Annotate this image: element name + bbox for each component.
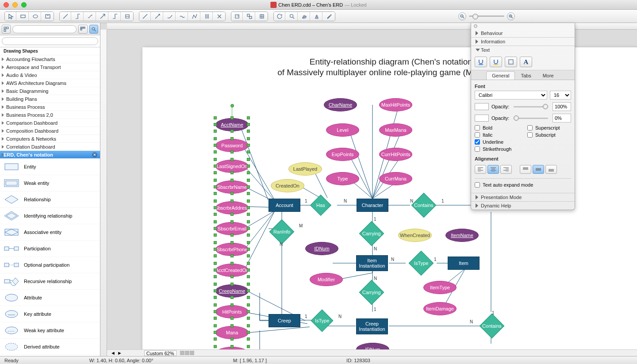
- selection-handle[interactable]: [230, 150, 234, 153]
- selection-handle[interactable]: [214, 248, 217, 251]
- selection-handle[interactable]: [214, 289, 217, 292]
- attr-type[interactable]: Type: [326, 172, 359, 185]
- selection-handle[interactable]: [214, 199, 217, 203]
- strikethrough-checkbox[interactable]: [475, 146, 480, 152]
- shape-attribute[interactable]: Attribute: [0, 290, 100, 306]
- selection-handle[interactable]: [214, 324, 217, 327]
- selection-handle[interactable]: [247, 144, 250, 147]
- selection-handle[interactable]: [230, 317, 234, 320]
- zoom-window-icon[interactable]: [21, 2, 27, 8]
- subscript-checkbox[interactable]: [527, 132, 533, 138]
- selection-handle[interactable]: [247, 303, 250, 307]
- bg-opacity-slider[interactable]: [514, 118, 548, 119]
- section-presentation[interactable]: Presentation Mode: [471, 193, 575, 201]
- selection-handle[interactable]: [247, 206, 250, 209]
- shape-identifying-relationship[interactable]: Identifying relationship: [0, 208, 100, 224]
- line-tool-5[interactable]: [189, 12, 200, 21]
- selection-handle[interactable]: [247, 116, 250, 119]
- attr-lastplayed[interactable]: LastPlayed: [288, 162, 322, 176]
- underline-color-button[interactable]: [475, 57, 487, 67]
- selection-handle[interactable]: [214, 317, 217, 320]
- selection-handle[interactable]: [247, 165, 250, 168]
- attr-exppoints[interactable]: ExpPoints: [326, 148, 359, 161]
- rel-raninfo[interactable]: RanInfo: [269, 219, 295, 245]
- selection-handle[interactable]: [247, 185, 250, 188]
- selection-handle[interactable]: [214, 296, 217, 299]
- rotation-handle[interactable]: [230, 104, 234, 107]
- zoom-slider[interactable]: [469, 15, 504, 17]
- hand-tool-button[interactable]: [299, 12, 310, 21]
- connector-tool-6[interactable]: [122, 12, 133, 21]
- selection-handle[interactable]: [214, 345, 217, 348]
- selection-handle[interactable]: [230, 324, 234, 327]
- align-center-button[interactable]: [487, 165, 499, 174]
- connector-tool-2[interactable]: [72, 12, 84, 21]
- selection-handle[interactable]: [247, 234, 250, 237]
- selection-handle[interactable]: [247, 130, 250, 133]
- category-item[interactable]: Audio & Video: [0, 71, 100, 79]
- rel-carrying-2[interactable]: Carrying: [359, 280, 384, 305]
- selection-handle[interactable]: [214, 234, 217, 237]
- arrange-tool-3[interactable]: [256, 12, 268, 21]
- bg-color-swatch[interactable]: [475, 115, 489, 122]
- category-item[interactable]: Basic Diagramming: [0, 87, 100, 95]
- selection-handle[interactable]: [214, 268, 217, 272]
- entity-item-instantiation[interactable]: Item Instantiation: [356, 255, 388, 271]
- page-tabs[interactable]: [180, 351, 194, 355]
- selection-handle[interactable]: [247, 248, 250, 251]
- selection-handle[interactable]: [247, 220, 250, 223]
- align-right-button[interactable]: [500, 165, 512, 174]
- underline-checkbox[interactable]: [475, 139, 480, 145]
- selection-handle[interactable]: [247, 227, 250, 230]
- text-opacity-slider[interactable]: [514, 106, 548, 107]
- close-icon[interactable]: ×: [92, 152, 97, 157]
- attr-modifier[interactable]: Modifier: [310, 273, 343, 286]
- selection-handle[interactable]: [247, 337, 250, 341]
- attr-itemtype[interactable]: ItemType: [423, 281, 457, 294]
- ellipse-tool-button[interactable]: [30, 12, 41, 21]
- attr-currmana[interactable]: CurrMana: [379, 172, 412, 185]
- attr-charname[interactable]: CharName: [324, 98, 357, 111]
- section-behaviour[interactable]: Behaviour: [471, 29, 575, 37]
- category-item[interactable]: Building Plans: [0, 95, 100, 103]
- line-tool-6[interactable]: [201, 12, 213, 21]
- selection-handle[interactable]: [230, 345, 234, 348]
- selection-handle[interactable]: [214, 116, 217, 119]
- rel-contains-2[interactable]: Contains: [480, 314, 505, 339]
- selection-handle[interactable]: [247, 192, 250, 195]
- attr-itemdamage[interactable]: ItemDamage: [423, 302, 457, 315]
- entity-item[interactable]: Item: [448, 257, 480, 270]
- attr-idnum[interactable]: IDNum: [305, 242, 338, 255]
- shape-associative-entity[interactable]: Associative entity: [0, 224, 100, 241]
- category-item[interactable]: Business Process: [0, 103, 100, 111]
- tab-general[interactable]: General: [486, 71, 515, 80]
- selection-handle[interactable]: [247, 158, 250, 161]
- section-dynamic-help[interactable]: Dynamic Help: [471, 202, 575, 210]
- valign-middle-button[interactable]: [533, 165, 544, 174]
- thumbnails-button[interactable]: [78, 25, 87, 34]
- selection-handle[interactable]: [214, 275, 217, 278]
- selection-handle[interactable]: [214, 262, 217, 265]
- line-tool-3[interactable]: [164, 12, 176, 21]
- selection-handle[interactable]: [230, 213, 234, 216]
- connector-tool-5[interactable]: [109, 12, 121, 21]
- entity-character[interactable]: Character: [357, 199, 388, 212]
- shape-weak-key-attribute[interactable]: Weak key attribute: [0, 322, 100, 339]
- line-tool-4[interactable]: [177, 12, 188, 21]
- selection-handle[interactable]: [247, 171, 250, 174]
- selection-handle[interactable]: [214, 227, 217, 230]
- selection-handle[interactable]: [247, 262, 250, 265]
- selection-handle[interactable]: [214, 144, 217, 147]
- align-left-button[interactable]: [475, 165, 486, 174]
- connector-tool-1[interactable]: [60, 12, 71, 21]
- ruler-vertical[interactable]: [100, 30, 107, 356]
- connector-tool-4[interactable]: [97, 12, 108, 21]
- entity-creep[interactable]: Creep: [269, 314, 300, 327]
- selection-handle[interactable]: [247, 123, 250, 126]
- zoom-out-button[interactable]: [458, 12, 466, 20]
- shape-optional-participation[interactable]: Optional participation: [0, 257, 100, 273]
- auto-expand-checkbox[interactable]: [475, 182, 480, 188]
- panel-grip[interactable]: [471, 23, 575, 29]
- selection-handle[interactable]: [247, 199, 250, 203]
- attr-whencreated[interactable]: WhenCreated: [398, 229, 432, 242]
